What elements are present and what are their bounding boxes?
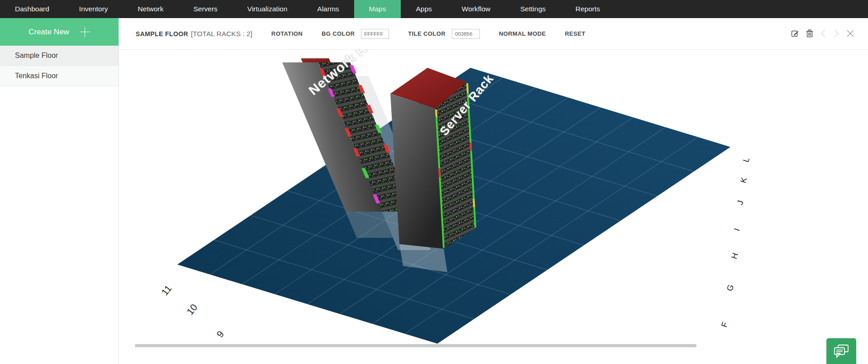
horizontal-scrollbar[interactable] (135, 344, 697, 347)
floor-column-label: L (741, 156, 751, 164)
nav-item-workflow[interactable]: Workflow (447, 0, 505, 18)
floor-column-label: K (739, 176, 749, 184)
sidebar-item-sample-floor[interactable]: Sample Floor (0, 46, 119, 66)
floors-sidebar: Create New Sample Floor Tenkasi Floor (0, 18, 119, 364)
floor-title: SAMPLE FLOOR (136, 30, 188, 38)
sidebar-item-tenkasi-floor[interactable]: Tenkasi Floor (0, 66, 119, 86)
next-icon[interactable] (833, 29, 840, 38)
floor-column-label: F (720, 321, 730, 329)
floor-3d-canvas[interactable]: 11109LKJIHGF (119, 50, 868, 364)
floor-view-panel: SAMPLE FLOOR [TOTAL RACKS : 2] ROTATION … (119, 18, 868, 364)
toolbar-icons (791, 29, 854, 38)
close-icon[interactable] (846, 29, 854, 38)
chat-button[interactable] (826, 338, 856, 364)
create-new-label: Create New (28, 28, 69, 37)
normal-mode-button[interactable]: NORMAL MODE (499, 30, 546, 37)
nav-item-apps[interactable]: Apps (401, 0, 446, 18)
total-racks-count: [TOTAL RACKS : 2] (191, 30, 252, 38)
nav-item-reports[interactable]: Reports (560, 0, 615, 18)
delete-icon[interactable] (806, 29, 813, 38)
nav-item-servers[interactable]: Servers (178, 0, 232, 18)
prev-icon[interactable] (820, 29, 826, 38)
bg-color-input[interactable] (361, 29, 389, 39)
nav-item-network[interactable]: Network (123, 0, 179, 18)
nav-item-maps[interactable]: Maps (354, 0, 401, 18)
nav-item-dashboard[interactable]: Dashboard (0, 0, 64, 18)
nav-item-alarms[interactable]: Alarms (302, 0, 354, 18)
floor-column-label: J (735, 199, 745, 206)
nav-item-virtualization[interactable]: Virtualization (232, 0, 302, 18)
plus-icon (80, 27, 90, 37)
floor-row-label: 9 (214, 329, 226, 339)
tile-color-label: TILE COLOR (408, 30, 446, 37)
top-navigation: Dashboard Inventory Network Servers Virt… (0, 0, 868, 18)
bg-color-label: BG COLOR (322, 30, 355, 37)
floor-column-label: G (725, 284, 735, 293)
tile-color-input[interactable] (452, 29, 480, 39)
edit-icon[interactable] (791, 29, 799, 38)
chat-bubbles-icon (833, 344, 850, 359)
rotation-button[interactable]: ROTATION (271, 30, 303, 37)
nav-item-inventory[interactable]: Inventory (64, 0, 123, 18)
floor-column-label: I (732, 227, 742, 232)
floor-row-label: 10 (185, 302, 199, 317)
reset-button[interactable]: RESET (565, 30, 585, 37)
floor-column-label: H (730, 252, 740, 260)
floor-row-label: 11 (159, 283, 174, 297)
nav-item-settings[interactable]: Settings (505, 0, 560, 18)
create-new-button[interactable]: Create New (0, 18, 119, 46)
floor-toolbar: SAMPLE FLOOR [TOTAL RACKS : 2] ROTATION … (119, 18, 868, 50)
